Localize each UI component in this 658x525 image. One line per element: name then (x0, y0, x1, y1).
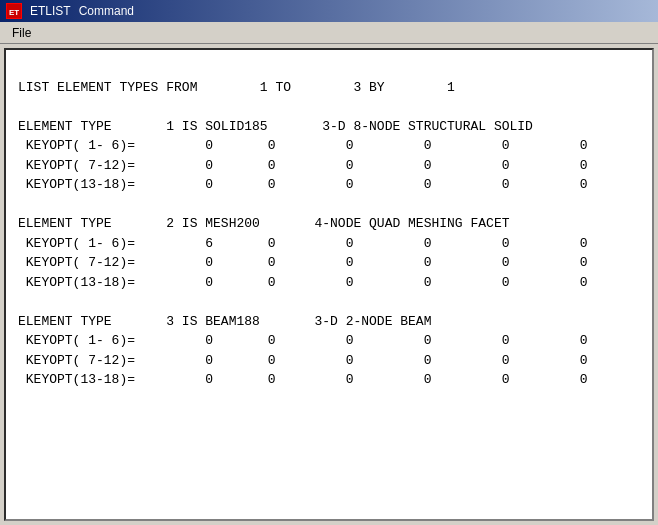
title-bar: ET ETLIST Command (0, 0, 658, 22)
app-name: ETLIST (30, 4, 71, 18)
content-text: LIST ELEMENT TYPES FROM 1 TO 3 BY 1 ELEM… (18, 58, 640, 390)
content-area: LIST ELEMENT TYPES FROM 1 TO 3 BY 1 ELEM… (4, 48, 654, 521)
menu-file[interactable]: File (4, 24, 39, 42)
menu-bar: File (0, 22, 658, 44)
command-label: Command (79, 4, 134, 18)
app-icon: ET (6, 3, 22, 19)
svg-text:ET: ET (9, 8, 19, 17)
